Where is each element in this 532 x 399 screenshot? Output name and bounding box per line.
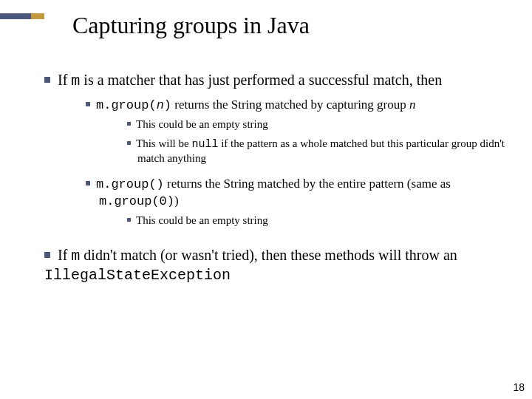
text: didn't match (or wasn't tried), then the… — [80, 247, 457, 263]
text: This could be an empty string — [136, 118, 268, 130]
square-bullet-icon — [44, 252, 50, 258]
italic-n: n — [409, 98, 416, 112]
code: m.group( — [96, 98, 157, 112]
text: ) — [174, 194, 179, 208]
text: is a matcher that has just performed a s… — [80, 72, 442, 88]
bullet-level0: If m is a matcher that has just performe… — [44, 71, 510, 228]
square-bullet-icon — [127, 218, 131, 222]
bullet-level2: This will be null if the pattern as a wh… — [127, 137, 510, 166]
bullet-level2: This could be an empty string — [127, 214, 510, 228]
code-null: null — [191, 138, 218, 151]
title-bar-gold — [31, 13, 44, 19]
square-bullet-icon — [86, 181, 90, 185]
bullet-level1: m.group(n) returns the String matched by… — [86, 97, 510, 114]
square-bullet-icon — [127, 122, 131, 126]
page-title: Capturing groups in Java — [72, 12, 310, 39]
bullet-level1: m.group() returns the String matched by … — [86, 176, 510, 210]
code: m.group(0) — [99, 194, 174, 208]
square-bullet-icon — [127, 141, 131, 145]
code-m: m — [71, 248, 80, 265]
code-italic-n: n — [157, 98, 164, 112]
code-m: m — [71, 72, 80, 89]
title-bar-blue — [0, 13, 31, 19]
text: This will be — [136, 137, 191, 149]
bullet-level2: This could be an empty string — [127, 117, 510, 132]
page-number: 18 — [513, 381, 525, 393]
code: ) — [164, 98, 171, 112]
square-bullet-icon — [86, 102, 90, 106]
text: If — [58, 247, 71, 263]
code: m.group() — [96, 177, 164, 191]
bullet-level0: If m didn't match (or wasn't tried), the… — [44, 246, 510, 285]
square-bullet-icon — [44, 77, 50, 83]
text: This could be an empty string — [136, 214, 268, 226]
code-exception: IllegalStateException — [44, 267, 231, 284]
text: returns the String matched by the entire… — [164, 177, 451, 191]
text: returns the String matched by capturing … — [171, 98, 409, 112]
body-content: If m is a matcher that has just performe… — [44, 71, 510, 293]
text: If — [58, 72, 71, 88]
